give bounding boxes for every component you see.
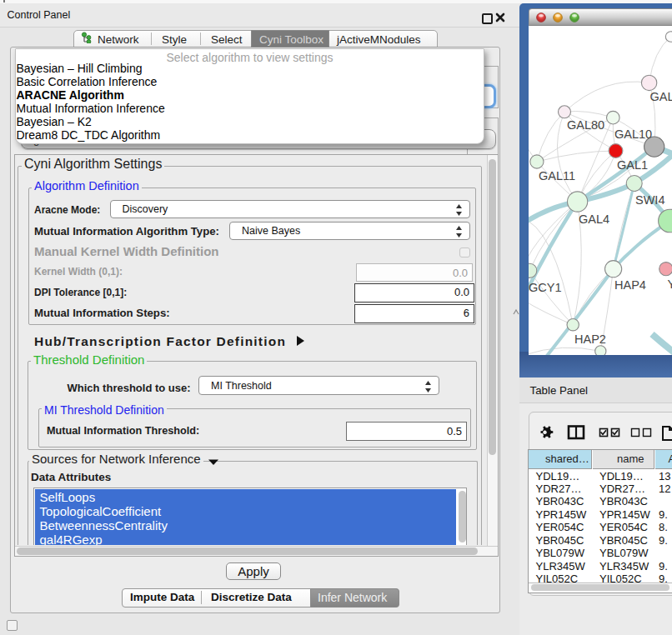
svg-text:GAL4: GAL4 — [579, 212, 609, 226]
svg-text:Y: Y — [667, 278, 672, 291]
svg-text:GAL1: GAL1 — [617, 158, 648, 172]
svg-text:HAP4: HAP4 — [614, 278, 646, 292]
svg-text:GAL80: GAL80 — [567, 118, 604, 132]
svg-text:GAL: GAL — [649, 90, 672, 103]
svg-text:SWI4: SWI4 — [635, 193, 664, 207]
svg-text:GCY1: GCY1 — [529, 281, 562, 294]
svg-text:GAL11: GAL11 — [539, 169, 575, 182]
svg-text:HAP2: HAP2 — [574, 332, 606, 346]
svg-text:GAL10: GAL10 — [614, 128, 652, 141]
